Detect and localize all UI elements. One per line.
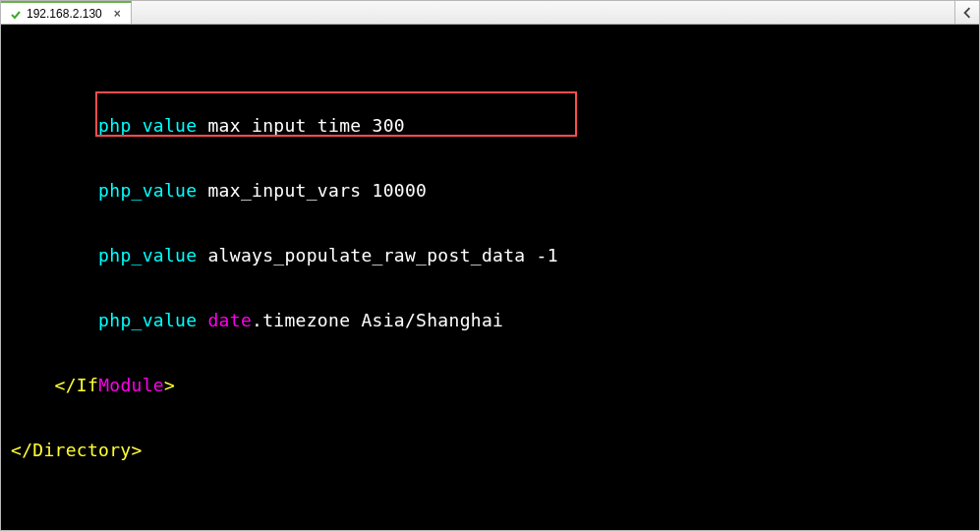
term-line: php_value max_input_time 300 [11, 115, 969, 137]
tab-bar: 192.168.2.130 × [1, 1, 979, 25]
key: date [207, 310, 252, 330]
term-line: </IfModule> [11, 375, 969, 396]
app-window: 192.168.2.130 × php_value max_input_time… [0, 0, 980, 531]
term-line: php_value max_input_vars 10000 [11, 180, 969, 202]
tab-active[interactable]: 192.168.2.130 × [1, 1, 132, 24]
connected-icon [11, 9, 21, 19]
terminal[interactable]: php_value max_input_time 300 php_value m… [1, 25, 979, 530]
term-line: php_value always_populate_raw_post_data … [11, 245, 969, 266]
tab-title: 192.168.2.130 [27, 7, 102, 21]
term-line: </Directory> [11, 440, 969, 461]
close-icon[interactable]: × [114, 8, 121, 20]
tab-scroll-left[interactable] [954, 1, 979, 24]
term-line-highlighted: php_value date.timezone Asia/Shanghai [11, 310, 969, 331]
term-line-blank [11, 504, 969, 526]
directive: php_value [98, 115, 197, 136]
indent [11, 115, 98, 136]
value: max_input_time 300 [207, 115, 404, 136]
